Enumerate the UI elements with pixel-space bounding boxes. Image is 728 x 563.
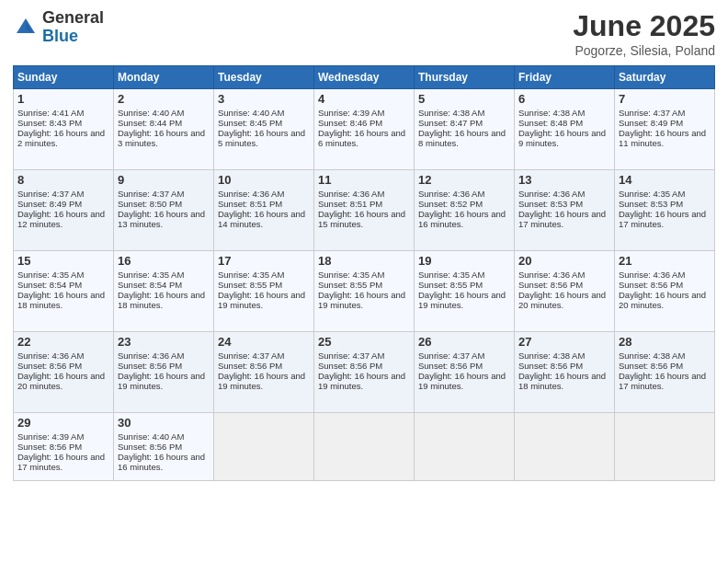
logo-general: General — [42, 9, 104, 28]
day-number: 4 — [318, 92, 410, 106]
daylight: Daylight: 16 hours and 18 minutes. — [518, 371, 606, 391]
calendar-day-header: Sunday — [14, 66, 114, 89]
sunrise: Sunrise: 4:35 AM — [318, 270, 384, 280]
sunrise: Sunrise: 4:35 AM — [218, 270, 284, 280]
sunrise: Sunrise: 4:40 AM — [218, 108, 284, 118]
daylight: Daylight: 16 hours and 20 minutes. — [619, 290, 706, 310]
sunrise: Sunrise: 4:36 AM — [17, 350, 84, 361]
calendar-cell: 13Sunrise: 4:36 AMSunset: 8:53 PMDayligh… — [515, 170, 615, 251]
sunrise: Sunrise: 4:36 AM — [418, 189, 484, 199]
daylight: Daylight: 16 hours and 19 minutes. — [318, 290, 405, 310]
day-number: 24 — [218, 335, 310, 349]
daylight: Daylight: 16 hours and 19 minutes. — [418, 371, 506, 391]
sunrise: Sunrise: 4:35 AM — [17, 270, 84, 280]
calendar-week-row: 1Sunrise: 4:41 AMSunset: 8:43 PMDaylight… — [14, 89, 715, 170]
day-number: 27 — [518, 335, 610, 349]
calendar-cell: 24Sunrise: 4:37 AMSunset: 8:56 PMDayligh… — [214, 332, 314, 413]
main-title: June 2025 — [573, 9, 715, 43]
sunset: Sunset: 8:47 PM — [418, 118, 483, 128]
calendar-cell — [214, 413, 314, 481]
daylight: Daylight: 16 hours and 5 minutes. — [218, 128, 305, 148]
daylight: Daylight: 16 hours and 12 minutes. — [17, 209, 105, 229]
daylight: Daylight: 16 hours and 14 minutes. — [218, 209, 305, 229]
daylight: Daylight: 16 hours and 20 minutes. — [518, 290, 606, 310]
sunset: Sunset: 8:56 PM — [118, 361, 182, 371]
sunrise: Sunrise: 4:35 AM — [619, 189, 685, 199]
logo-blue: Blue — [42, 28, 104, 46]
sunset: Sunset: 8:55 PM — [418, 280, 483, 290]
calendar-cell: 7Sunrise: 4:37 AMSunset: 8:49 PMDaylight… — [615, 89, 715, 170]
calendar-cell — [615, 413, 715, 481]
calendar-cell: 29Sunrise: 4:39 AMSunset: 8:56 PMDayligh… — [14, 413, 114, 481]
sunrise: Sunrise: 4:38 AM — [518, 108, 585, 118]
page: General Blue June 2025 Pogorze, Silesia,… — [0, 0, 728, 563]
day-number: 20 — [518, 254, 610, 268]
daylight: Daylight: 16 hours and 16 minutes. — [118, 452, 205, 472]
calendar-cell: 5Sunrise: 4:38 AMSunset: 8:47 PMDaylight… — [415, 89, 515, 170]
sunrise: Sunrise: 4:38 AM — [619, 350, 685, 361]
calendar-week-row: 29Sunrise: 4:39 AMSunset: 8:56 PMDayligh… — [14, 413, 715, 481]
daylight: Daylight: 16 hours and 18 minutes. — [17, 290, 105, 310]
day-number: 30 — [118, 416, 210, 430]
sunrise: Sunrise: 4:36 AM — [118, 350, 184, 361]
calendar-cell: 4Sunrise: 4:39 AMSunset: 8:46 PMDaylight… — [314, 89, 415, 170]
day-number: 18 — [318, 254, 410, 268]
calendar-week-row: 22Sunrise: 4:36 AMSunset: 8:56 PMDayligh… — [14, 332, 715, 413]
daylight: Daylight: 16 hours and 9 minutes. — [518, 128, 606, 148]
sunset: Sunset: 8:54 PM — [17, 280, 82, 290]
day-number: 15 — [17, 254, 109, 268]
sunrise: Sunrise: 4:36 AM — [518, 189, 585, 199]
sunset: Sunset: 8:49 PM — [17, 199, 82, 209]
sunset: Sunset: 8:53 PM — [518, 199, 583, 209]
sunset: Sunset: 8:56 PM — [619, 280, 683, 290]
sunset: Sunset: 8:54 PM — [118, 280, 182, 290]
daylight: Daylight: 16 hours and 19 minutes. — [118, 371, 205, 391]
header: General Blue June 2025 Pogorze, Silesia,… — [13, 9, 715, 58]
calendar-cell: 23Sunrise: 4:36 AMSunset: 8:56 PMDayligh… — [114, 332, 214, 413]
sunset: Sunset: 8:56 PM — [518, 361, 583, 371]
sunset: Sunset: 8:56 PM — [619, 361, 683, 371]
day-number: 29 — [17, 416, 109, 430]
calendar-day-header: Thursday — [415, 66, 515, 89]
logo: General Blue — [13, 9, 104, 46]
sunset: Sunset: 8:56 PM — [118, 442, 182, 452]
calendar-cell: 17Sunrise: 4:35 AMSunset: 8:55 PMDayligh… — [214, 251, 314, 332]
sunset: Sunset: 8:56 PM — [17, 361, 82, 371]
title-block: June 2025 Pogorze, Silesia, Poland — [573, 9, 715, 58]
day-number: 6 — [518, 92, 610, 106]
calendar-cell — [415, 413, 515, 481]
subtitle: Pogorze, Silesia, Poland — [573, 43, 715, 58]
daylight: Daylight: 16 hours and 19 minutes. — [418, 290, 506, 310]
calendar-header-row: SundayMondayTuesdayWednesdayThursdayFrid… — [14, 66, 715, 89]
calendar-cell: 3Sunrise: 4:40 AMSunset: 8:45 PMDaylight… — [214, 89, 314, 170]
day-number: 22 — [17, 335, 109, 349]
sunrise: Sunrise: 4:40 AM — [118, 431, 184, 442]
calendar-day-header: Saturday — [615, 66, 715, 89]
calendar-cell: 9Sunrise: 4:37 AMSunset: 8:50 PMDaylight… — [114, 170, 214, 251]
calendar-day-header: Wednesday — [314, 66, 415, 89]
day-number: 2 — [118, 92, 210, 106]
day-number: 19 — [418, 254, 510, 268]
calendar-cell — [515, 413, 615, 481]
daylight: Daylight: 16 hours and 17 minutes. — [17, 452, 105, 472]
sunrise: Sunrise: 4:36 AM — [619, 270, 685, 280]
calendar-cell: 27Sunrise: 4:38 AMSunset: 8:56 PMDayligh… — [515, 332, 615, 413]
sunset: Sunset: 8:51 PM — [318, 199, 382, 209]
sunrise: Sunrise: 4:37 AM — [318, 350, 384, 361]
day-number: 12 — [418, 173, 510, 187]
sunset: Sunset: 8:56 PM — [218, 361, 282, 371]
sunset: Sunset: 8:56 PM — [418, 361, 483, 371]
day-number: 8 — [17, 173, 109, 187]
sunset: Sunset: 8:53 PM — [619, 199, 683, 209]
day-number: 3 — [218, 92, 310, 106]
daylight: Daylight: 16 hours and 15 minutes. — [318, 209, 405, 229]
day-number: 10 — [218, 173, 310, 187]
calendar-day-header: Friday — [515, 66, 615, 89]
sunrise: Sunrise: 4:36 AM — [318, 189, 384, 199]
daylight: Daylight: 16 hours and 20 minutes. — [17, 371, 105, 391]
calendar-week-row: 15Sunrise: 4:35 AMSunset: 8:54 PMDayligh… — [14, 251, 715, 332]
sunrise: Sunrise: 4:39 AM — [318, 108, 384, 118]
day-number: 17 — [218, 254, 310, 268]
day-number: 9 — [118, 173, 210, 187]
sunrise: Sunrise: 4:37 AM — [418, 350, 484, 361]
